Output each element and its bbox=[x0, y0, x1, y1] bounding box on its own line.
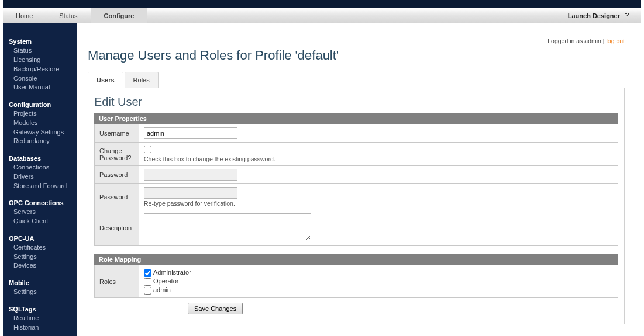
role-mapping-table: Roles AdministratorOperatoradmin bbox=[94, 265, 618, 298]
panel: Edit User User Properties Username Chang… bbox=[88, 88, 625, 324]
sidebar-item-drivers[interactable]: Drivers bbox=[3, 172, 77, 182]
description-input[interactable] bbox=[144, 213, 311, 241]
sidebar-item-projects[interactable]: Projects bbox=[3, 109, 77, 119]
sidebar-group-title: OPC-UA bbox=[3, 233, 77, 243]
tab-users[interactable]: Users bbox=[88, 72, 123, 88]
nav-status[interactable]: Status bbox=[46, 8, 91, 23]
nav-configure[interactable]: Configure bbox=[91, 8, 148, 23]
sidebar-item-console[interactable]: Console bbox=[3, 74, 77, 84]
password1-label: Password bbox=[95, 166, 139, 184]
main-content: Logged in as admin | log out Manage User… bbox=[77, 23, 641, 336]
sidebar-group-title: SQLTags bbox=[3, 304, 77, 314]
role-option[interactable]: admin bbox=[144, 286, 613, 295]
sidebar-group-title: Databases bbox=[3, 153, 77, 163]
top-nav: Home Status Configure Launch Designer bbox=[3, 8, 641, 23]
panel-title: Edit User bbox=[94, 95, 618, 113]
launch-designer-label: Launch Designer bbox=[568, 12, 620, 19]
section-user-properties: User Properties bbox=[94, 113, 618, 124]
password1-input[interactable] bbox=[144, 169, 237, 181]
sidebar-item-historian[interactable]: Historian bbox=[3, 323, 77, 332]
launch-designer-button[interactable]: Launch Designer bbox=[557, 8, 641, 23]
sidebar-item-licensing[interactable]: Licensing bbox=[3, 56, 77, 65]
user-properties-table: Username Change Password? Check this box… bbox=[94, 124, 618, 246]
role-checkbox-administrator[interactable] bbox=[144, 269, 151, 277]
sidebar-item-devices[interactable]: Devices bbox=[3, 261, 77, 271]
sidebar-item-realtime[interactable]: Realtime bbox=[3, 314, 77, 323]
page-title: Manage Users and Roles for Profile 'defa… bbox=[88, 48, 625, 63]
login-status: Logged in as admin | log out bbox=[88, 37, 625, 44]
tab-roles[interactable]: Roles bbox=[125, 72, 159, 88]
sidebar-item-connections[interactable]: Connections bbox=[3, 163, 77, 172]
nav-home[interactable]: Home bbox=[3, 8, 46, 23]
password2-hint: Re-type password for verification. bbox=[144, 200, 613, 207]
header-bar bbox=[3, 0, 641, 8]
section-role-mapping: Role Mapping bbox=[94, 254, 618, 265]
sidebar-group-title: OPC Connections bbox=[3, 198, 77, 207]
logout-link[interactable]: log out bbox=[606, 37, 625, 44]
password2-input[interactable] bbox=[144, 187, 237, 199]
username-label: Username bbox=[95, 124, 139, 143]
save-button[interactable]: Save Changes bbox=[188, 303, 243, 314]
tab-strip: Users Roles bbox=[88, 71, 625, 88]
sidebar-group-title: Mobile bbox=[3, 278, 77, 287]
sidebar-item-modules[interactable]: Modules bbox=[3, 119, 77, 128]
sidebar-item-gateway-settings[interactable]: Gateway Settings bbox=[3, 128, 77, 137]
sidebar-item-user-manual[interactable]: User Manual bbox=[3, 83, 77, 92]
sidebar-group-title: System bbox=[3, 36, 77, 46]
description-label: Description bbox=[95, 210, 139, 246]
role-option[interactable]: Administrator bbox=[144, 268, 613, 277]
sidebar-item-quick-client[interactable]: Quick Client bbox=[3, 217, 77, 226]
change-password-checkbox[interactable] bbox=[144, 146, 151, 153]
sidebar-item-status[interactable]: Status bbox=[3, 46, 77, 56]
change-password-hint: Check this box to change the existing pa… bbox=[144, 155, 613, 162]
sidebar-item-settings[interactable]: Settings bbox=[3, 287, 77, 297]
role-option[interactable]: Operator bbox=[144, 277, 613, 286]
sidebar: SystemStatusLicensingBackup/RestoreConso… bbox=[3, 23, 77, 336]
login-user: admin bbox=[584, 37, 601, 44]
roles-container: AdministratorOperatoradmin bbox=[144, 268, 613, 295]
password2-label: Password bbox=[95, 184, 139, 210]
sidebar-item-certificates[interactable]: Certificates bbox=[3, 243, 77, 252]
sidebar-item-redundancy[interactable]: Redundancy bbox=[3, 137, 77, 146]
role-checkbox-operator[interactable] bbox=[144, 278, 151, 286]
roles-label: Roles bbox=[95, 265, 139, 298]
sidebar-group-title: Configuration bbox=[3, 99, 77, 109]
sidebar-item-servers[interactable]: Servers bbox=[3, 207, 77, 217]
sidebar-item-store-and-forward[interactable]: Store and Forward bbox=[3, 182, 77, 191]
sidebar-item-settings[interactable]: Settings bbox=[3, 252, 77, 262]
role-checkbox-admin[interactable] bbox=[144, 287, 151, 295]
username-input[interactable] bbox=[144, 127, 237, 139]
external-link-icon bbox=[624, 12, 631, 19]
login-prefix: Logged in as bbox=[547, 37, 584, 44]
change-password-label: Change Password? bbox=[95, 143, 139, 166]
sidebar-item-backup-restore[interactable]: Backup/Restore bbox=[3, 65, 77, 74]
